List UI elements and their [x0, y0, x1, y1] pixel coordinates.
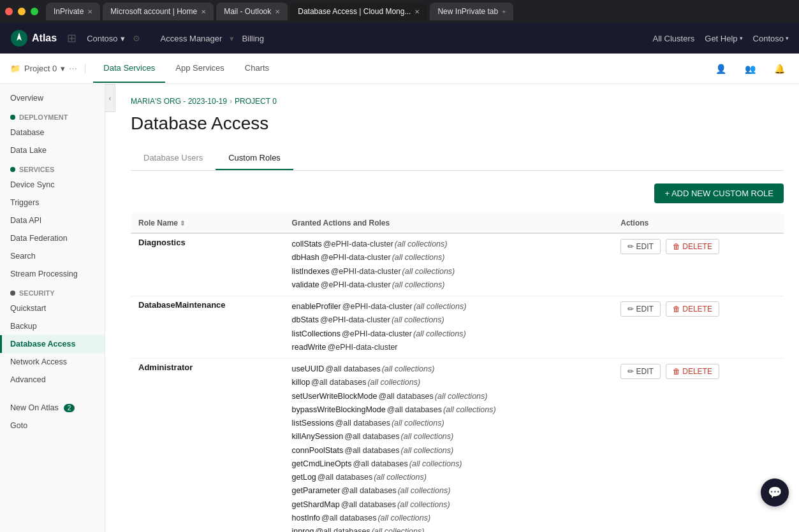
action-target-suffix: (all collections)	[398, 484, 451, 498]
sidebar-item-goto[interactable]: Goto	[0, 417, 105, 435]
tab-database-access[interactable]: Database Access | Cloud Mong... ✕	[290, 3, 427, 20]
delete-button[interactable]: 🗑 DELETE	[666, 301, 719, 317]
sidebar-item-overview[interactable]: Overview	[0, 89, 105, 107]
table-cell-granted-actions: useUUID @all databases (all collections)…	[284, 359, 613, 533]
row-action-buttons: ✏ EDIT🗑 DELETE	[620, 300, 776, 317]
action-name: getParameter	[292, 484, 341, 498]
action-name: hostInfo	[292, 512, 320, 525]
sidebar-item-data-lake[interactable]: Data Lake	[0, 141, 105, 159]
action-row: listSessions @all databases (all collect…	[292, 417, 606, 430]
action-row: readWrite @ePHI-data-cluster	[292, 341, 606, 354]
browser-max[interactable]	[31, 8, 38, 15]
browser-close[interactable]	[5, 8, 13, 15]
delete-button[interactable]: 🗑 DELETE	[666, 239, 719, 254]
action-target-suffix: (all collections)	[402, 265, 455, 278]
col-role-name: Role Name ⇕	[131, 213, 284, 233]
sidebar-item-stream-processing[interactable]: Stream Processing	[0, 265, 105, 283]
action-row: dbHash @ePHI-data-cluster (all collectio…	[292, 251, 606, 264]
sidebar-item-search[interactable]: Search	[0, 247, 105, 265]
action-row: connPoolStats @all databases (all collec…	[292, 444, 606, 457]
table-cell-role-name: Administrator	[131, 359, 284, 533]
tab-app-services[interactable]: App Services	[165, 54, 235, 83]
sidebar-item-device-sync[interactable]: Device Sync	[0, 176, 105, 194]
bell-icon[interactable]: 🔔	[770, 59, 789, 78]
tab-data-services[interactable]: Data Services	[93, 54, 165, 83]
sort-icon[interactable]: ⇕	[180, 220, 185, 227]
table-cell-role-name: Diagnostics	[131, 233, 284, 296]
user-menu[interactable]: Contoso ▾	[753, 34, 789, 43]
action-row: listCollections @ePHI-data-cluster (all …	[292, 327, 606, 341]
action-target: @all databases	[341, 484, 396, 498]
sidebar-item-advanced[interactable]: Advanced	[0, 371, 105, 389]
table-row: DiagnosticscollStats @ePHI-data-cluster …	[131, 233, 784, 296]
atlas-logo: Atlas	[10, 29, 57, 47]
role-name: Administrator	[138, 363, 193, 372]
sidebar-item-data-federation[interactable]: Data Federation	[0, 229, 105, 247]
action-target: @all databases	[341, 498, 396, 512]
get-help-btn[interactable]: Get Help ▾	[705, 34, 742, 43]
action-target: @ePHI-data-cluster	[323, 238, 393, 251]
sidebar-item-database-access[interactable]: Database Access	[0, 335, 105, 353]
action-name: getLog	[292, 471, 316, 484]
content-area: MARIA'S ORG - 2023-10-19 › PROJECT 0 Dat…	[115, 84, 799, 532]
access-manager-link[interactable]: Access Manager	[156, 31, 228, 46]
atlas-logo-text: Atlas	[32, 32, 57, 44]
breadcrumb-org[interactable]: MARIA'S ORG - 2023-10-19	[131, 97, 227, 106]
action-name: getShardMap	[292, 498, 340, 512]
tab-charts[interactable]: Charts	[235, 54, 279, 83]
user-icon[interactable]: 👤	[711, 59, 730, 78]
action-target: @all databases	[344, 430, 399, 443]
edit-button[interactable]: ✏ EDIT	[620, 301, 661, 317]
sidebar-collapse-btn[interactable]: ‹	[105, 84, 115, 112]
delete-button[interactable]: 🗑 DELETE	[666, 364, 719, 379]
action-row: hostInfo @all databases (all collections…	[292, 512, 606, 525]
action-name: connPoolStats	[292, 444, 344, 457]
action-row: killAnySession @all databases (all colle…	[292, 430, 606, 443]
action-target-suffix: (all collections)	[401, 444, 454, 457]
sidebar-item-data-api[interactable]: Data API	[0, 212, 105, 229]
action-name: collStats	[292, 238, 322, 251]
action-target: @all databases	[318, 471, 372, 484]
sidebar-item-database[interactable]: Database	[0, 124, 105, 141]
action-row: enableProfiler @ePHI-data-cluster (all c…	[292, 300, 606, 313]
sidebar-item-new-on-atlas[interactable]: New On Atlas 2	[0, 399, 105, 417]
billing-link[interactable]: Billing	[237, 31, 269, 46]
app-bar-nav: Access Manager ▾ Billing	[156, 31, 270, 46]
content-tabs: Database Users Custom Roles	[131, 147, 784, 171]
tab-home[interactable]: Microsoft account | Home ✕	[103, 3, 214, 20]
tab-custom-roles[interactable]: Custom Roles	[216, 147, 293, 170]
tab-inprivate[interactable]: InPrivate ✕	[46, 3, 100, 20]
action-target: @ePHI-data-cluster	[342, 300, 413, 313]
action-target-suffix: (all collections)	[409, 457, 462, 471]
tab-new-inprivate[interactable]: New InPrivate tab +	[430, 3, 513, 20]
actions-bar: + ADD NEW CUSTOM ROLE	[131, 183, 784, 203]
sidebar-item-network-access[interactable]: Network Access	[0, 353, 105, 371]
org-selector[interactable]: Contoso ▾	[87, 34, 124, 43]
action-target-suffix: (all collections)	[435, 390, 488, 403]
browser-min[interactable]	[18, 8, 26, 15]
action-name: readWrite	[292, 341, 326, 354]
action-target: @all databases	[378, 390, 433, 403]
action-name: bypassWriteBlockingMode	[292, 403, 386, 417]
users-icon[interactable]: 👥	[740, 59, 759, 78]
action-target: @all databases	[315, 525, 370, 532]
app-bar-right: All Clusters Get Help ▾ Contoso ▾	[653, 34, 789, 43]
chat-fab[interactable]: 💬	[761, 478, 789, 507]
all-clusters-btn[interactable]: All Clusters	[653, 34, 695, 43]
app-bar: Atlas ⊞ Contoso ▾ ⚙ Access Manager ▾ Bil…	[0, 23, 799, 54]
tab-database-users[interactable]: Database Users	[131, 147, 216, 170]
sidebar-item-quickstart[interactable]: Quickstart	[0, 299, 105, 317]
table-row: AdministratoruseUUID @all databases (all…	[131, 359, 784, 533]
edit-button[interactable]: ✏ EDIT	[620, 364, 661, 379]
action-name: inprog	[292, 525, 314, 532]
tab-mail[interactable]: Mail - Outlook ✕	[216, 3, 288, 20]
breadcrumb: MARIA'S ORG - 2023-10-19 › PROJECT 0	[131, 97, 784, 106]
main-layout: Overview DEPLOYMENT Database Data Lake S…	[0, 84, 799, 532]
breadcrumb-project[interactable]: PROJECT 0	[235, 97, 277, 106]
add-custom-role-button[interactable]: + ADD NEW CUSTOM ROLE	[654, 183, 784, 203]
browser-chrome: InPrivate ✕ Microsoft account | Home ✕ M…	[0, 0, 799, 23]
action-target: @ePHI-data-cluster	[342, 327, 412, 341]
sidebar-item-backup[interactable]: Backup	[0, 317, 105, 335]
edit-button[interactable]: ✏ EDIT	[620, 239, 661, 254]
sidebar-item-triggers[interactable]: Triggers	[0, 194, 105, 212]
